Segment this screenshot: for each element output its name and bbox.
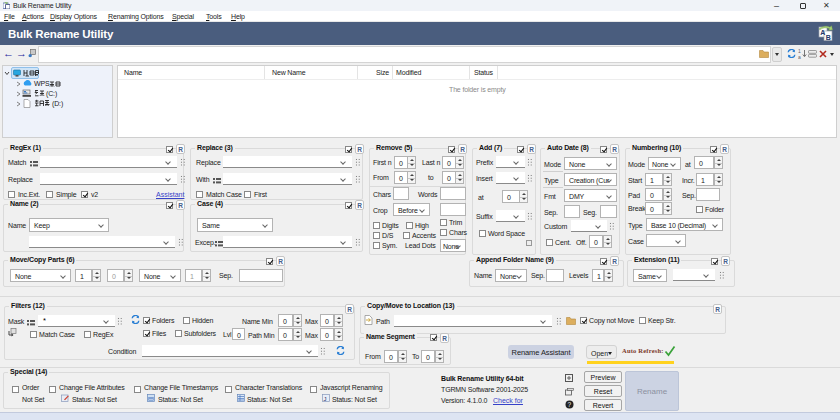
svg-text:J: J [324, 396, 327, 402]
svg-text:?: ? [568, 401, 572, 408]
svg-text:A: A [820, 29, 825, 36]
svg-text:B: B [826, 34, 831, 41]
svg-text:a: a [798, 54, 801, 60]
